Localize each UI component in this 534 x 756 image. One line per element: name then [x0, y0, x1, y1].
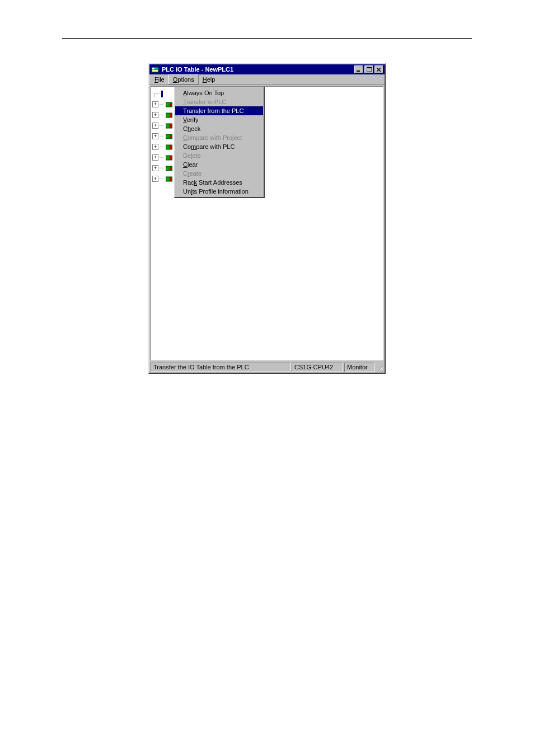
resize-grip[interactable]: [376, 363, 383, 372]
close-button[interactable]: [374, 65, 383, 73]
menu-item-rack-start-addresses[interactable]: Rack Start Addresses: [175, 178, 263, 187]
menu-file[interactable]: File: [151, 75, 168, 84]
rack-icon: [166, 102, 172, 107]
status-mode: Monitor: [344, 363, 374, 372]
menu-item-transfer-from-the-plc[interactable]: Transfer from the PLC: [175, 106, 263, 115]
svg-rect-21: [170, 167, 172, 170]
expand-icon[interactable]: +: [152, 112, 158, 118]
status-hint: Transfer the IO Table from the PLC: [151, 363, 291, 372]
expand-icon[interactable]: +: [152, 176, 158, 182]
window-title: PLC IO Table - NewPLC1: [162, 66, 354, 73]
status-cpu: CS1G-CPU42: [292, 363, 343, 372]
system-icon[interactable]: [151, 65, 160, 74]
expand-icon[interactable]: +: [152, 144, 158, 150]
rack-icon: [166, 176, 172, 182]
menu-item-create: Create: [175, 169, 263, 178]
expand-icon[interactable]: +: [152, 165, 158, 171]
statusbar: Transfer the IO Table from the PLC CS1G-…: [149, 361, 385, 373]
svg-rect-11: [170, 114, 172, 117]
rack-icon: [166, 155, 172, 161]
rack-icon: [166, 144, 172, 150]
svg-rect-1: [152, 68, 154, 69]
options-menu-dropdown: Always On TopTransfer to PLCTransfer fro…: [174, 87, 265, 198]
rack-icon: [166, 134, 172, 139]
svg-rect-2: [152, 70, 158, 72]
client-area: ┌┈ + ┈ + ┈ + ┈: [151, 86, 383, 360]
expand-icon[interactable]: +: [152, 154, 158, 161]
svg-rect-15: [170, 135, 172, 138]
svg-rect-3: [357, 71, 360, 72]
titlebar[interactable]: PLC IO Table - NewPLC1: [149, 64, 385, 74]
menu-item-transfer-to-plc: Transfer to PLC: [175, 97, 263, 106]
minimize-button[interactable]: [354, 65, 363, 73]
menu-item-verify[interactable]: Verify: [175, 115, 263, 124]
menu-item-units-profile-information[interactable]: Units Profile information: [175, 187, 263, 196]
menu-options[interactable]: Options: [168, 74, 199, 84]
menubar: File Options Help: [149, 74, 385, 85]
menu-item-compare-with-project: Compare with Project: [175, 133, 263, 142]
svg-rect-9: [170, 103, 172, 106]
plc-io-table-window: PLC IO Table - NewPLC1 File Options Help…: [148, 63, 386, 374]
menu-item-always-on-top[interactable]: Always On Top: [175, 88, 263, 97]
svg-rect-17: [170, 145, 172, 149]
rack-icon: [166, 123, 172, 129]
menu-help[interactable]: Help: [199, 75, 219, 84]
menu-item-compare-with-plc[interactable]: Compare with PLC: [175, 142, 263, 151]
svg-rect-13: [170, 124, 172, 128]
expand-icon[interactable]: +: [152, 133, 158, 139]
menu-item-clear[interactable]: Clear: [175, 160, 263, 169]
menu-item-delete: Delete: [175, 151, 263, 160]
svg-line-24: [378, 367, 383, 372]
rack-icon: [166, 166, 172, 171]
expand-icon[interactable]: +: [152, 123, 158, 129]
svg-rect-23: [170, 177, 172, 181]
maximize-button[interactable]: [364, 65, 373, 73]
svg-rect-5: [367, 67, 372, 68]
svg-rect-19: [170, 156, 172, 159]
svg-line-28: [382, 371, 383, 372]
menu-item-check[interactable]: Check: [175, 124, 263, 133]
rack-icon: [166, 112, 172, 118]
expand-icon[interactable]: +: [152, 101, 158, 107]
